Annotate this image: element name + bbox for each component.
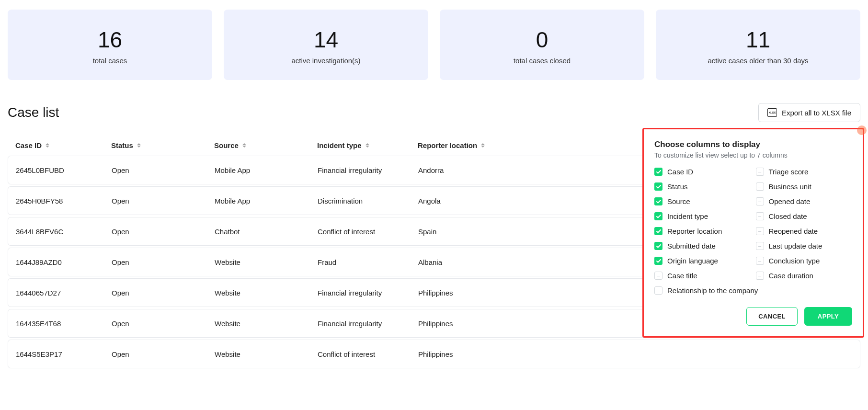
- column-header-case-id[interactable]: Case ID: [15, 141, 111, 149]
- svg-point-0: [857, 125, 867, 135]
- apply-button[interactable]: APPLY: [804, 307, 852, 326]
- cell-reporter-location: Philippines: [418, 319, 531, 328]
- column-label: Reporter location: [418, 141, 477, 149]
- cell-status: Open: [112, 289, 215, 297]
- option-label: Incident type: [667, 212, 708, 220]
- cell-status: Open: [112, 319, 215, 328]
- cell-source: Website: [215, 350, 318, 358]
- cell-status: Open: [112, 197, 215, 205]
- column-label: Case ID: [15, 141, 42, 149]
- cancel-button[interactable]: CANCEL: [746, 307, 798, 326]
- annotation-dot: [856, 125, 868, 136]
- column-option[interactable]: –Relationship to the company: [654, 286, 852, 295]
- stat-label: total cases closed: [449, 57, 635, 65]
- cell-source: Website: [215, 319, 318, 328]
- option-label: Status: [667, 182, 688, 191]
- column-option[interactable]: –Case title: [654, 272, 751, 280]
- cell-case-id: 2645L0BFUBD: [16, 166, 112, 174]
- cell-reporter-location: Andorra: [418, 166, 531, 174]
- column-option[interactable]: –Last update date: [756, 242, 853, 250]
- column-option[interactable]: Source: [654, 197, 751, 205]
- column-header-source[interactable]: Source: [214, 141, 317, 149]
- stat-label: active cases older than 30 days: [665, 57, 851, 65]
- option-label: Last update date: [769, 242, 822, 250]
- cell-case-id: 16440657D27: [16, 289, 112, 297]
- column-header-status[interactable]: Status: [111, 141, 214, 149]
- export-xlsx-button[interactable]: XLSX Export all to XLSX file: [758, 103, 860, 122]
- cell-incident-type: Financial irregularity: [318, 289, 418, 297]
- checkbox-unchecked-icon: –: [654, 286, 662, 295]
- option-label: Reporter location: [667, 227, 722, 235]
- cell-incident-type: Conflict of interest: [318, 350, 418, 358]
- column-label: Status: [111, 141, 133, 149]
- stat-value: 0: [449, 27, 635, 53]
- option-label: Business unit: [769, 182, 811, 191]
- checkbox-checked-icon: [654, 197, 662, 205]
- sort-icon: [137, 143, 141, 148]
- option-label: Case duration: [769, 272, 813, 280]
- popup-actions: CANCEL APPLY: [654, 307, 852, 326]
- cell-case-id: 1644J89AZD0: [16, 258, 112, 266]
- cell-incident-type: Conflict of interest: [318, 228, 418, 236]
- checkbox-unchecked-icon: –: [654, 272, 662, 280]
- checkbox-unchecked-icon: –: [756, 227, 764, 235]
- cell-reporter-location: Spain: [418, 228, 531, 236]
- option-label: Origin language: [667, 257, 718, 265]
- cell-status: Open: [112, 228, 215, 236]
- cell-source: Chatbot: [215, 228, 318, 236]
- checkbox-unchecked-icon: –: [756, 212, 764, 220]
- stat-card-closed: 0 total cases closed: [440, 10, 644, 80]
- popup-title: Choose columns to display: [654, 140, 852, 149]
- stat-value: 14: [233, 27, 419, 53]
- xlsx-icon: XLSX: [767, 108, 777, 117]
- cell-reporter-location: Albania: [418, 258, 531, 266]
- sort-icon: [46, 143, 49, 148]
- export-button-label: Export all to XLSX file: [782, 109, 851, 117]
- column-option[interactable]: Submitted date: [654, 242, 751, 250]
- checkbox-checked-icon: [654, 182, 662, 191]
- column-option[interactable]: –Conclusion type: [756, 257, 853, 265]
- column-option[interactable]: Reporter location: [654, 227, 751, 235]
- column-option[interactable]: –Case duration: [756, 272, 853, 280]
- column-header-reporter-location[interactable]: Reporter location: [418, 141, 530, 149]
- column-option[interactable]: –Closed date: [756, 212, 853, 220]
- page-title: Case list: [8, 105, 59, 120]
- column-option[interactable]: –Business unit: [756, 182, 853, 191]
- column-option[interactable]: –Opened date: [756, 197, 853, 205]
- checkbox-checked-icon: [654, 212, 662, 220]
- column-option[interactable]: Case ID: [654, 168, 751, 176]
- cell-status: Open: [112, 166, 215, 174]
- sort-icon: [365, 143, 369, 148]
- sort-icon: [481, 143, 485, 148]
- stat-card-older-30: 11 active cases older than 30 days: [656, 10, 860, 80]
- option-label: Case title: [667, 272, 697, 280]
- stat-label: total cases: [17, 57, 203, 65]
- checkbox-checked-icon: [654, 168, 662, 176]
- column-option[interactable]: Status: [654, 182, 751, 191]
- table-row[interactable]: 1644S5E3P17OpenWebsiteConflict of intere…: [8, 340, 860, 368]
- cell-source: Mobile App: [215, 166, 318, 174]
- cell-incident-type: Financial irregularity: [318, 166, 418, 174]
- cell-case-id: 3644L8BEV6C: [16, 228, 112, 236]
- option-label: Closed date: [769, 212, 807, 220]
- column-header-incident-type[interactable]: Incident type: [317, 141, 418, 149]
- stat-card-active-investigations: 14 active investigation(s): [224, 10, 428, 80]
- column-option[interactable]: –Reopened date: [756, 227, 853, 235]
- stat-value: 16: [17, 27, 203, 53]
- cell-source: Mobile App: [215, 197, 318, 205]
- cell-reporter-location: Angola: [418, 197, 531, 205]
- option-label: Source: [667, 197, 690, 205]
- column-option[interactable]: –Triage score: [756, 168, 853, 176]
- column-chooser-popup: Choose columns to display To customize l…: [642, 128, 864, 338]
- checkbox-unchecked-icon: –: [756, 197, 764, 205]
- cell-case-id: 1644S5E3P17: [16, 350, 112, 358]
- popup-subtitle: To customize list view select up to 7 co…: [654, 151, 852, 159]
- column-option[interactable]: Incident type: [654, 212, 751, 220]
- cell-reporter-location: Philippines: [418, 350, 531, 358]
- sort-icon: [242, 143, 246, 148]
- cell-case-id: 2645H0BFY58: [16, 197, 112, 205]
- cell-incident-type: Fraud: [318, 258, 418, 266]
- column-label: Source: [214, 141, 239, 149]
- column-option[interactable]: Origin language: [654, 257, 751, 265]
- checkbox-checked-icon: [654, 227, 662, 235]
